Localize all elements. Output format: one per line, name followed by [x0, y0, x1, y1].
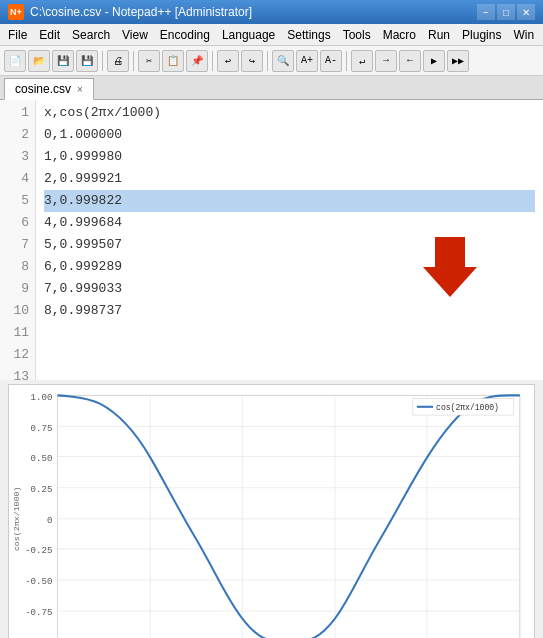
redo-button[interactable]: ↪ [241, 50, 263, 72]
run-button[interactable]: ▶▶ [447, 50, 469, 72]
svg-rect-2 [57, 395, 519, 638]
zoom-in-button[interactable]: A+ [296, 50, 318, 72]
save-all-button[interactable]: 💾 [76, 50, 98, 72]
code-line: 1,0.999980 [44, 146, 535, 168]
line-number: 2 [6, 124, 29, 146]
menu-edit[interactable]: Edit [33, 24, 66, 45]
open-button[interactable]: 📂 [28, 50, 50, 72]
code-line: 3,0.999822 [44, 190, 535, 212]
indent-button[interactable]: → [375, 50, 397, 72]
line-number: 7 [6, 234, 29, 256]
svg-marker-0 [423, 237, 477, 297]
toolbar-sep-5 [346, 51, 347, 71]
cosine-chart: 1.00 0.75 0.50 0.25 0 -0.25 -0.50 -0.75 … [9, 385, 534, 638]
paste-button[interactable]: 📌 [186, 50, 208, 72]
toolbar: 📄 📂 💾 💾 🖨 ✂ 📋 📌 ↩ ↪ 🔍 A+ A- ↵ → ← ▶ ▶▶ [0, 46, 543, 76]
line-number: 10 [6, 300, 29, 322]
menu-view[interactable]: View [116, 24, 154, 45]
tab-close-icon[interactable]: × [77, 84, 83, 95]
tab-cosine-csv[interactable]: cosine.csv × [4, 78, 94, 100]
zoom-out-button[interactable]: A- [320, 50, 342, 72]
save-button[interactable]: 💾 [52, 50, 74, 72]
chart-container: 1.00 0.75 0.50 0.25 0 -0.25 -0.50 -0.75 … [8, 384, 535, 638]
dedent-button[interactable]: ← [399, 50, 421, 72]
undo-button[interactable]: ↩ [217, 50, 239, 72]
wrap-button[interactable]: ↵ [351, 50, 373, 72]
menu-tools[interactable]: Tools [337, 24, 377, 45]
svg-text:-0.75: -0.75 [25, 607, 52, 618]
code-line: 0,1.000000 [44, 124, 535, 146]
svg-text:cos(2πx/1000): cos(2πx/1000) [12, 487, 21, 552]
line-number: 6 [6, 212, 29, 234]
line-number: 11 [6, 322, 29, 344]
line-number: 12 [6, 344, 29, 366]
line-number: 4 [6, 168, 29, 190]
code-line: 8,0.998737 [44, 300, 535, 322]
app-icon: N+ [8, 4, 24, 20]
title-bar: N+ C:\cosine.csv - Notepad++ [Administra… [0, 0, 543, 24]
svg-text:0.25: 0.25 [31, 484, 53, 495]
macro-button[interactable]: ▶ [423, 50, 445, 72]
tab-label: cosine.csv [15, 82, 71, 96]
maximize-button[interactable]: □ [497, 4, 515, 20]
menu-settings[interactable]: Settings [281, 24, 336, 45]
close-button[interactable]: ✕ [517, 4, 535, 20]
line-number: 9 [6, 278, 29, 300]
cut-button[interactable]: ✂ [138, 50, 160, 72]
toolbar-sep-1 [102, 51, 103, 71]
toolbar-sep-3 [212, 51, 213, 71]
svg-text:-0.25: -0.25 [25, 545, 52, 556]
line-number: 8 [6, 256, 29, 278]
menu-language[interactable]: Language [216, 24, 281, 45]
code-line: 2,0.999921 [44, 168, 535, 190]
minimize-button[interactable]: − [477, 4, 495, 20]
find-button[interactable]: 🔍 [272, 50, 294, 72]
svg-text:cos(2πx/1000): cos(2πx/1000) [436, 403, 499, 412]
menu-win[interactable]: Win [507, 24, 540, 45]
line-number: 3 [6, 146, 29, 168]
window-title: C:\cosine.csv - Notepad++ [Administrator… [30, 5, 252, 19]
menu-search[interactable]: Search [66, 24, 116, 45]
svg-text:0.50: 0.50 [31, 453, 53, 464]
line-number: 1 [6, 102, 29, 124]
menu-bar: File Edit Search View Encoding Language … [0, 24, 543, 46]
svg-text:-0.50: -0.50 [25, 576, 52, 587]
menu-encoding[interactable]: Encoding [154, 24, 216, 45]
menu-file[interactable]: File [2, 24, 33, 45]
menu-plugins[interactable]: Plugins [456, 24, 507, 45]
line-number: 5 [6, 190, 29, 212]
toolbar-sep-4 [267, 51, 268, 71]
menu-macro[interactable]: Macro [377, 24, 422, 45]
code-line: x,cos(2πx/1000) [44, 102, 535, 124]
toolbar-sep-2 [133, 51, 134, 71]
code-line: 4,0.999684 [44, 212, 535, 234]
svg-text:1.00: 1.00 [31, 391, 53, 402]
line-number: 13 [6, 366, 29, 380]
new-button[interactable]: 📄 [4, 50, 26, 72]
svg-text:0.75: 0.75 [31, 423, 53, 434]
print-button[interactable]: 🖨 [107, 50, 129, 72]
copy-button[interactable]: 📋 [162, 50, 184, 72]
line-numbers: 12345678910111213 [0, 100, 36, 380]
tab-bar: cosine.csv × [0, 76, 543, 100]
menu-run[interactable]: Run [422, 24, 456, 45]
arrow-annotation [415, 232, 485, 302]
svg-text:0: 0 [47, 515, 52, 526]
